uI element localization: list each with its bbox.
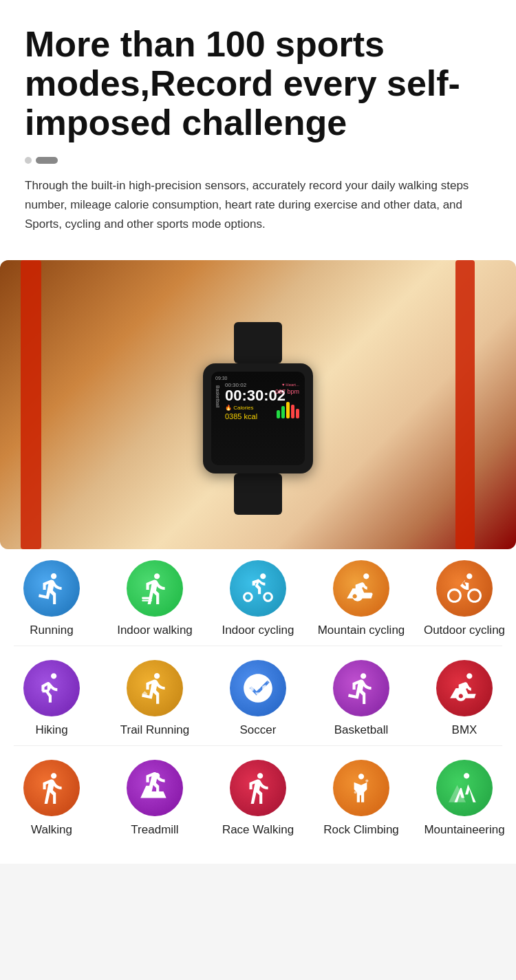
basketball-svg: [344, 671, 378, 705]
bar-4: [291, 405, 294, 418]
sports-row-2: Hiking Trail Running: [0, 649, 516, 743]
rock-climbing-svg: [344, 771, 378, 805]
bmx-icon: [436, 660, 493, 716]
sport-item-indoor-cycling: Indoor cycling: [213, 560, 303, 637]
mountain-cycling-svg: [344, 571, 378, 606]
basketball-label: Basketball: [334, 723, 388, 737]
bg-bar-right: [455, 260, 475, 549]
sport-item-mountaineering: Mountaineering: [420, 760, 509, 837]
mountaineering-svg: [447, 771, 482, 805]
svg-marker-10: [449, 785, 466, 802]
page-title: More than 100 sports modes,Record every …: [25, 25, 491, 143]
description-text: Through the built-in high-precision sens…: [25, 176, 491, 234]
running-svg: [34, 571, 69, 606]
page-wrapper: More than 100 sports modes,Record every …: [0, 0, 516, 864]
bar-5: [296, 409, 299, 418]
treadmill-label: Treadmill: [131, 823, 178, 837]
running-label: Running: [30, 624, 73, 637]
watch-heart-val: 087 bpm: [275, 388, 299, 395]
outdoor-cycling-svg: [447, 571, 482, 606]
trail-running-label: Trail Running: [120, 723, 189, 737]
treadmill-svg: [138, 771, 172, 805]
watch-top-bar: 09:30: [215, 376, 301, 381]
hiking-icon: [23, 660, 80, 716]
bmx-label: BMX: [452, 723, 477, 737]
sport-item-soccer: Soccer: [213, 660, 303, 737]
watch-body: 09:30 Basketball 00:30:02 00:30:02 🔥 Cal…: [203, 363, 313, 473]
indoor-walking-svg: [138, 571, 172, 606]
indoor-cycling-label: Indoor cycling: [222, 624, 294, 637]
sport-item-rock-climbing: Rock Climbing: [316, 760, 406, 837]
sport-item-trail-running: Trail Running: [110, 660, 200, 737]
row-divider-1: [14, 646, 502, 646]
sport-item-bmx: BMX: [420, 660, 509, 737]
soccer-svg: [241, 671, 275, 705]
sport-item-race-walking: Race Walking: [213, 760, 303, 837]
bg-bar-left: [21, 260, 41, 549]
outdoor-cycling-label: Outdoor cycling: [424, 624, 505, 637]
sports-section: Running Indoor walking: [0, 549, 516, 864]
svg-rect-1: [142, 599, 152, 601]
watch-image: 09:30 Basketball 00:30:02 00:30:02 🔥 Cal…: [0, 260, 516, 549]
watch-sport-label: Basketball: [215, 385, 220, 407]
watch-band-top: [234, 322, 282, 363]
sport-item-hiking: Hiking: [7, 660, 96, 737]
bottom-spacer: [0, 843, 516, 864]
bmx-svg: [447, 671, 482, 705]
row-divider-2: [14, 745, 502, 746]
mountain-cycling-icon: [333, 560, 389, 617]
sports-row-3: Walking Treadmill Race Walking: [0, 749, 516, 842]
walking-icon: [23, 760, 80, 816]
svg-point-8: [365, 780, 368, 782]
walking-label: Walking: [31, 823, 72, 837]
mountaineering-icon: [436, 760, 493, 816]
svg-point-9: [354, 791, 357, 794]
dot-dash: [36, 157, 58, 164]
bar-1: [277, 410, 280, 418]
indoor-cycling-icon: [230, 560, 286, 617]
race-walking-svg: [241, 771, 275, 805]
sport-item-treadmill: Treadmill: [110, 760, 200, 837]
indoor-cycling-svg: [241, 571, 275, 606]
soccer-icon: [230, 660, 286, 716]
watch-screen-inner: 09:30 Basketball 00:30:02 00:30:02 🔥 Cal…: [211, 372, 305, 465]
sport-item-outdoor-cycling: Outdoor cycling: [420, 560, 509, 637]
running-icon: [23, 560, 80, 617]
sports-row-1: Running Indoor walking: [0, 549, 516, 643]
basketball-icon: [333, 660, 389, 716]
treadmill-icon: [127, 760, 183, 816]
watch-device: 09:30 Basketball 00:30:02 00:30:02 🔥 Cal…: [189, 322, 327, 487]
outdoor-cycling-icon: [436, 560, 493, 617]
sport-item-walking: Walking: [7, 760, 96, 837]
sport-item-mountain-cycling: Mountain cycling: [316, 560, 406, 637]
mountaineering-label: Mountaineering: [424, 823, 504, 837]
watch-time: 09:30: [215, 376, 228, 381]
mountain-cycling-label: Mountain cycling: [318, 624, 405, 637]
race-walking-label: Race Walking: [222, 823, 294, 837]
dots-divider: [25, 157, 491, 164]
bar-2: [281, 406, 285, 418]
hiking-svg: [34, 671, 69, 705]
walking-svg: [34, 771, 69, 805]
race-walking-icon: [230, 760, 286, 816]
indoor-walking-icon: [127, 560, 183, 617]
watch-photo-background: 09:30 Basketball 00:30:02 00:30:02 🔥 Cal…: [0, 260, 516, 549]
hiking-label: Hiking: [35, 723, 67, 737]
rock-climbing-label: Rock Climbing: [323, 823, 399, 837]
watch-heart-section: ♥ Heart... 087 bpm: [275, 383, 299, 418]
rock-climbing-icon: [333, 760, 389, 816]
watch-band-bottom: [234, 473, 282, 515]
trail-running-icon: [127, 660, 183, 716]
dot-small: [25, 157, 32, 164]
header-section: More than 100 sports modes,Record every …: [0, 0, 516, 260]
bar-3: [286, 402, 290, 418]
trail-running-svg: [138, 671, 172, 705]
sport-item-running: Running: [7, 560, 96, 637]
watch-screen: 09:30 Basketball 00:30:02 00:30:02 🔥 Cal…: [211, 372, 305, 465]
watch-heart-label: ♥ Heart...: [282, 383, 299, 387]
sport-item-indoor-walking: Indoor walking: [110, 560, 200, 637]
indoor-walking-label: Indoor walking: [117, 624, 193, 637]
svg-rect-0: [142, 597, 152, 599]
sport-item-basketball: Basketball: [316, 660, 406, 737]
watch-bars: [277, 399, 299, 418]
